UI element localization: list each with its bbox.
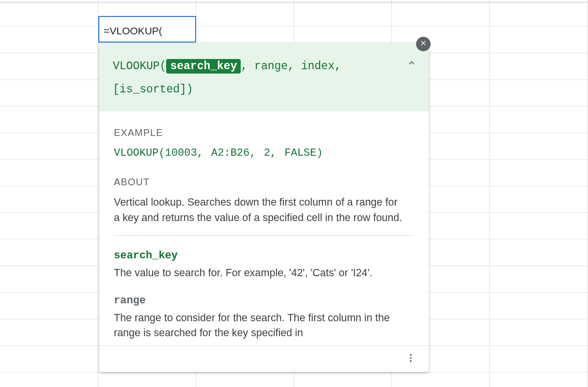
param-name-range: range [114, 293, 414, 309]
help-footer [99, 345, 429, 372]
more-options-button[interactable] [402, 351, 419, 367]
param-block: range The range to consider for the sear… [114, 293, 414, 341]
more-vertical-icon [405, 353, 416, 365]
top-border [0, 2, 588, 2]
chevron-up-icon [406, 59, 417, 72]
sig-func-name: VLOOKUP [113, 60, 160, 73]
active-cell[interactable] [98, 16, 196, 43]
sig-active-arg: search_key [166, 59, 241, 74]
help-body[interactable]: EXAMPLE VLOOKUP(10003, A2:B26, 2, FALSE)… [99, 111, 429, 345]
sig-rest-line2: [is_sorted]) [113, 83, 193, 96]
collapse-help-button[interactable] [406, 54, 417, 77]
close-help-button[interactable] [416, 37, 431, 51]
sig-rest-line1: , range, index, [241, 60, 341, 73]
param-desc-search_key: The value to search for. For example, '4… [114, 266, 414, 281]
about-text: Vertical lookup. Searches down the first… [114, 195, 414, 225]
example-label: EXAMPLE [114, 126, 414, 140]
param-name-search_key: search_key [114, 248, 414, 264]
svg-point-0 [410, 354, 412, 356]
svg-point-2 [410, 360, 412, 362]
close-icon [419, 39, 427, 49]
param-block: search_key The value to search for. For … [114, 248, 414, 281]
svg-point-1 [410, 357, 412, 359]
divider [114, 235, 414, 236]
example-code: VLOOKUP(10003, A2:B26, 2, FALSE) [114, 146, 414, 161]
formula-help-card: VLOOKUP(search_key, range, index, [is_so… [99, 43, 429, 372]
sig-open-paren: ( [160, 60, 167, 73]
cell-formula-input[interactable] [99, 17, 195, 42]
about-label: ABOUT [114, 175, 414, 189]
function-signature-header: VLOOKUP(search_key, range, index, [is_so… [99, 43, 429, 111]
param-desc-range: The range to consider for the search. Th… [114, 311, 414, 341]
